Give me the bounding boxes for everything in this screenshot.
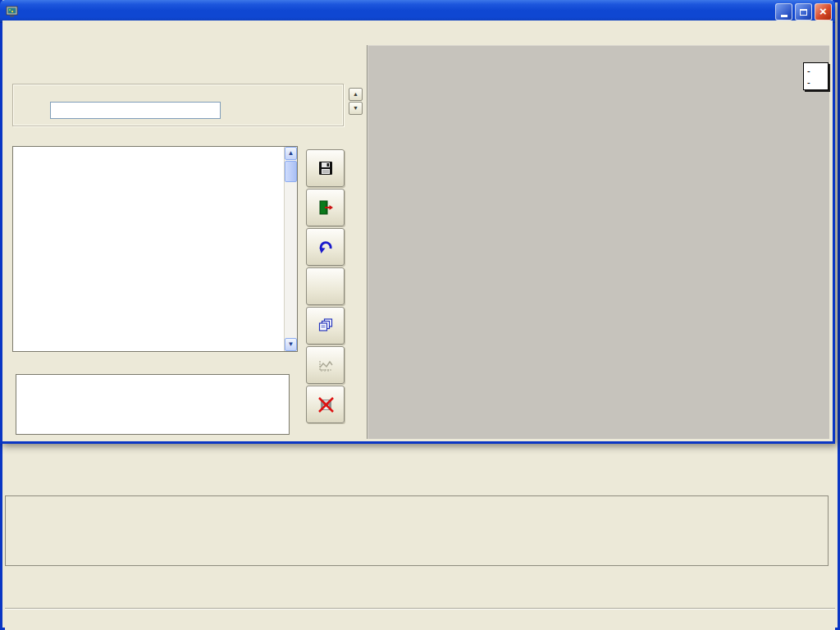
menu-help[interactable] [43,29,59,32]
exit-door-icon [317,199,335,217]
legend-l-dash-icon: - [807,76,815,88]
chart-grid-icon [317,356,335,374]
dialog-titlebar[interactable]: × [0,0,835,23]
legend-series-s[interactable]: - [807,65,828,76]
element-results-grid [6,496,828,565]
menu-file[interactable] [2,29,19,32]
minimize-icon [781,15,788,17]
overview-spectrum-strip [5,446,834,494]
scroll-thumb[interactable] [285,161,297,182]
delete-floppy-icon [317,395,335,413]
maximize-icon [800,9,807,16]
spectrogram-chart [368,45,830,439]
chart-legend[interactable]: - - [803,62,829,90]
delete-file-button[interactable] [306,386,345,423]
save-icon [317,159,335,177]
save-button[interactable] [306,149,345,187]
undo-arrow-icon [317,238,335,256]
undo-button[interactable] [306,228,345,266]
exit-button[interactable] [306,189,345,226]
minimize-button[interactable] [775,3,792,21]
menu-edit[interactable] [22,29,39,32]
alloy-spinner-up-button[interactable]: ▲ [349,88,363,101]
alloy-spinner-down-button[interactable]: ▼ [349,102,363,115]
close-icon: × [819,4,827,18]
comment-textarea[interactable] [16,374,290,435]
alloy-info-dialog: × ▲ ▼ ▲ ▼ [0,0,835,444]
screen: × ▲ ▼ ▲ ▼ [0,0,840,630]
legend-series-l[interactable]: - [807,76,828,88]
element-results-table [5,495,829,566]
spectrogram-panel: - - [367,45,829,439]
close-button[interactable]: × [815,3,832,21]
scroll-up-button[interactable]: ▲ [285,147,297,160]
copy-button[interactable] [306,307,345,345]
chart-button-disabled [306,346,345,384]
app-icon [6,5,19,18]
maximize-button[interactable] [795,3,812,21]
composition-grid [13,147,284,351]
composition-table: ▲ ▼ [12,146,298,352]
scroll-down-button[interactable]: ▼ [285,338,297,351]
composition-scrollbar[interactable]: ▲ ▼ [284,147,297,351]
alloy-name-input[interactable] [50,102,221,119]
legend-s-dash-icon: - [807,65,815,76]
copy-pages-icon [317,317,335,335]
status-bar [5,609,835,630]
max-button[interactable] [306,267,345,305]
menu-bar [2,21,833,39]
